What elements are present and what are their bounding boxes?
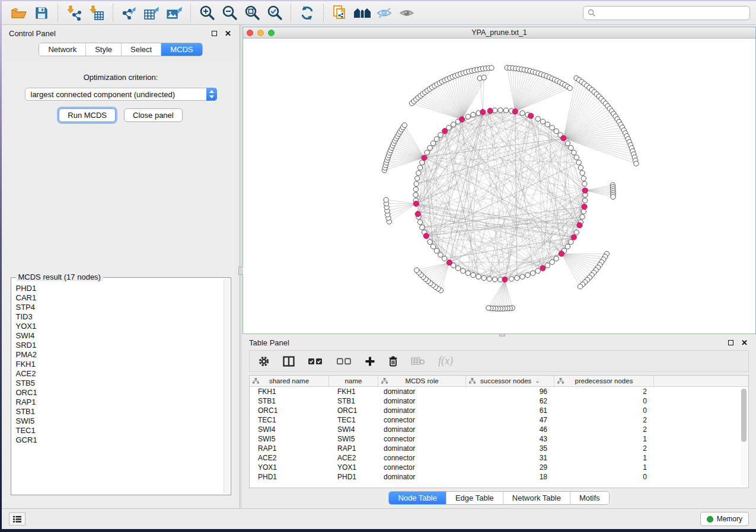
- first-neighbors-button[interactable]: [351, 4, 374, 23]
- float-panel-button[interactable]: [210, 29, 219, 38]
- horizontal-splitter-grip[interactable]: [499, 334, 505, 336]
- graph-node[interactable]: [569, 239, 573, 244]
- graph-leaf-node[interactable]: [489, 65, 494, 70]
- graph-node[interactable]: [515, 275, 519, 280]
- graph-node[interactable]: [420, 160, 425, 165]
- graph-node[interactable]: [417, 165, 422, 170]
- show-all-button[interactable]: [396, 4, 419, 23]
- zoom-fit-button[interactable]: [241, 4, 263, 23]
- mcds-result-item[interactable]: RAP1: [16, 398, 223, 407]
- column-header-predecessor-nodes[interactable]: predecessor nodes: [554, 376, 654, 386]
- mcds-result-item[interactable]: PMA2: [16, 350, 223, 360]
- graph-node[interactable]: [583, 198, 588, 203]
- zoom-selected-button[interactable]: [263, 4, 286, 23]
- graph-node[interactable]: [430, 141, 435, 146]
- hide-selected-button[interactable]: [374, 4, 396, 23]
- deselect-all-button[interactable]: [336, 357, 352, 366]
- delete-table-button[interactable]: [411, 357, 425, 366]
- export-network-button[interactable]: [118, 4, 141, 23]
- graph-leaf-node[interactable]: [611, 194, 615, 199]
- graph-node[interactable]: [535, 268, 540, 273]
- graph-leaf-node[interactable]: [402, 123, 407, 127]
- graph-hub-node[interactable]: [571, 235, 576, 240]
- graph-node[interactable]: [455, 266, 460, 271]
- table-row[interactable]: FKH1FKH1dominator962: [250, 387, 748, 396]
- tab-select[interactable]: Select: [122, 43, 161, 56]
- graph-node[interactable]: [525, 273, 530, 277]
- graph-node[interactable]: [550, 125, 554, 130]
- graph-node[interactable]: [428, 239, 432, 244]
- graph-node[interactable]: [580, 171, 585, 175]
- import-network-button[interactable]: [63, 4, 85, 23]
- tab-edge-table[interactable]: Edge Table: [446, 492, 503, 504]
- table-row[interactable]: ORC1ORC1dominator610: [250, 406, 748, 415]
- column-header-shared-name[interactable]: shared name: [250, 376, 329, 386]
- add-button[interactable]: [365, 356, 375, 367]
- graph-node[interactable]: [535, 117, 540, 121]
- graph-node[interactable]: [531, 271, 535, 275]
- graph-node[interactable]: [565, 244, 570, 249]
- table-row[interactable]: STB1STB1dominator620: [250, 396, 748, 406]
- graph-node[interactable]: [520, 274, 525, 279]
- graph-node[interactable]: [509, 277, 514, 281]
- graph-node[interactable]: [471, 112, 476, 117]
- select-all-button[interactable]: [308, 357, 323, 366]
- graph-hub-node[interactable]: [577, 223, 582, 228]
- graph-node[interactable]: [572, 150, 576, 155]
- graph-node[interactable]: [420, 225, 425, 230]
- graph-node[interactable]: [434, 248, 439, 253]
- graph-node[interactable]: [413, 187, 418, 191]
- graph-node[interactable]: [487, 277, 492, 281]
- graph-node[interactable]: [415, 176, 420, 181]
- graph-node[interactable]: [550, 259, 554, 264]
- graph-node[interactable]: [540, 119, 545, 124]
- tab-network[interactable]: Network: [39, 43, 86, 56]
- mcds-result-item[interactable]: SWI5: [16, 416, 223, 426]
- zoom-in-button[interactable]: [196, 4, 218, 23]
- mcds-result-item[interactable]: STP4: [16, 303, 223, 312]
- graph-hub-node[interactable]: [442, 129, 448, 134]
- table-settings-button[interactable]: [258, 355, 270, 367]
- graph-hub-node[interactable]: [413, 201, 419, 206]
- graph-node[interactable]: [414, 181, 419, 186]
- graph-node[interactable]: [438, 252, 443, 257]
- mcds-result-item[interactable]: SRD1: [16, 341, 223, 350]
- memory-button[interactable]: Memory: [700, 512, 749, 526]
- task-history-button[interactable]: [9, 512, 25, 525]
- graph-hub-node[interactable]: [512, 109, 518, 114]
- network-window-titlebar[interactable]: YPA_prune.txt_1: [243, 27, 755, 39]
- graph-node[interactable]: [430, 244, 435, 249]
- graph-node[interactable]: [451, 122, 455, 127]
- graph-node[interactable]: [434, 137, 439, 142]
- table-row[interactable]: YOX1YOX1connector291: [250, 463, 748, 472]
- graph-hub-node[interactable]: [561, 136, 566, 141]
- graph-node[interactable]: [569, 145, 573, 150]
- search-input[interactable]: [598, 9, 745, 17]
- export-table-button[interactable]: [141, 4, 163, 23]
- close-panel-button[interactable]: ✕: [224, 29, 232, 38]
- graph-node[interactable]: [545, 122, 550, 127]
- function-builder-button[interactable]: f(x): [438, 355, 453, 367]
- table-scrollbar[interactable]: [741, 388, 747, 486]
- graph-node[interactable]: [574, 230, 579, 235]
- graph-hub-node[interactable]: [423, 233, 429, 239]
- network-graph[interactable]: [243, 39, 756, 334]
- mcds-result-item[interactable]: TEC1: [16, 426, 223, 435]
- graph-node[interactable]: [428, 145, 432, 150]
- graph-leaf-node[interactable]: [414, 268, 419, 273]
- graph-hub-node[interactable]: [415, 211, 420, 217]
- graph-hub-node[interactable]: [582, 204, 587, 209]
- graph-hub-node[interactable]: [460, 117, 465, 122]
- graph-node[interactable]: [465, 271, 470, 275]
- graph-node[interactable]: [554, 129, 559, 133]
- zoom-out-button[interactable]: [218, 4, 241, 23]
- mcds-result-item[interactable]: ACE2: [16, 369, 223, 379]
- tab-node-table[interactable]: Node Table: [389, 492, 446, 504]
- graph-hub-node[interactable]: [446, 260, 452, 265]
- graph-node[interactable]: [425, 150, 429, 155]
- graph-node[interactable]: [545, 263, 550, 268]
- graph-node[interactable]: [461, 268, 465, 273]
- column-header-successor-nodes[interactable]: successor nodes⌄: [466, 376, 554, 386]
- graph-node[interactable]: [438, 133, 443, 137]
- mcds-result-item[interactable]: TID3: [16, 312, 223, 322]
